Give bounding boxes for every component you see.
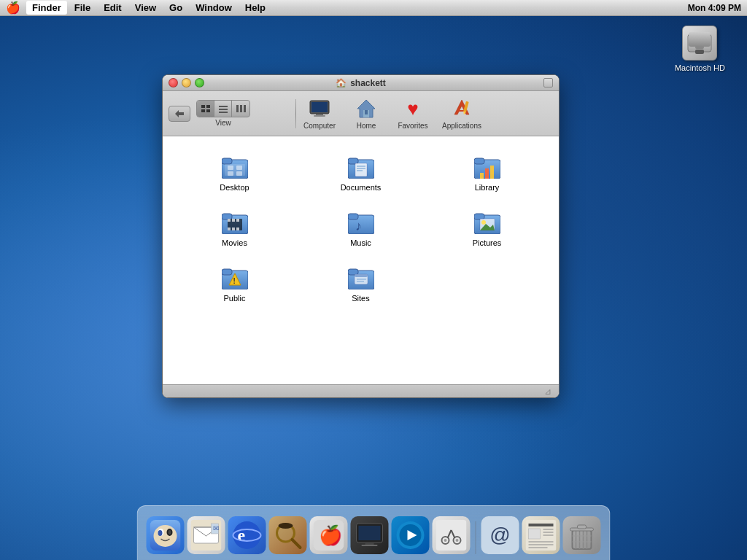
file-item-desktop[interactable]: Desktop — [174, 148, 295, 198]
svg-rect-0 — [688, 34, 711, 52]
file-item-documents[interactable]: Documents — [301, 148, 421, 198]
folder-svg — [222, 154, 248, 179]
svg-rect-49 — [236, 219, 239, 222]
hd-svg — [685, 30, 714, 56]
finder-face-svg — [150, 520, 181, 551]
maximize-button[interactable] — [195, 78, 204, 88]
menu-help[interactable]: Help — [239, 1, 271, 15]
svg-rect-62 — [222, 269, 232, 275]
resize-handle[interactable]: ⊿ — [543, 386, 553, 397]
file-content: Desktop — [163, 136, 559, 384]
svg-point-88 — [279, 523, 293, 529]
dock-item-news[interactable] — [522, 516, 560, 554]
file-item-sites[interactable]: Sites — [301, 259, 421, 308]
svg-rect-13 — [240, 105, 242, 112]
back-button[interactable] — [169, 106, 190, 122]
folder-lib-svg — [474, 154, 500, 179]
dock-item-sherlock[interactable] — [269, 516, 307, 554]
toolbar-home[interactable]: Home — [349, 97, 384, 130]
menu-view[interactable]: View — [129, 1, 162, 15]
applications-label: Applications — [442, 122, 481, 130]
column-view-button[interactable] — [232, 101, 249, 117]
dock-item-url[interactable]: @ — [481, 516, 519, 554]
dock-quicktime-icon — [392, 516, 430, 554]
dock-item-mail[interactable]: ✉ — [187, 516, 225, 554]
heart-icon: ♥ — [407, 99, 418, 118]
home-icon: 🏠 — [336, 78, 347, 88]
menu-finder[interactable]: Finder — [26, 1, 67, 15]
icon-view-button[interactable] — [197, 101, 214, 117]
music-label: Music — [350, 238, 371, 247]
file-area: Desktop — [163, 136, 559, 384]
svg-rect-31 — [228, 171, 233, 176]
file-item-movies[interactable]: Movies — [174, 203, 295, 253]
toolbar-applications[interactable]: Applications — [442, 97, 481, 130]
svg-point-59 — [481, 220, 486, 225]
menubar: 🍎 Finder File Edit View Go Window Help M… — [0, 0, 747, 16]
menu-go[interactable]: Go — [163, 1, 188, 15]
macintosh-hd-icon[interactable]: Macintosh HD — [675, 26, 725, 72]
svg-text:♪: ♪ — [355, 219, 362, 233]
favorites-icon: ♥ — [401, 97, 425, 120]
home-label: Home — [357, 122, 376, 130]
toolbar-divider — [295, 99, 296, 128]
dock-item-trash[interactable] — [563, 516, 601, 554]
svg-rect-35 — [355, 163, 367, 176]
file-item-pictures[interactable]: Pictures — [427, 203, 547, 253]
file-item-public[interactable]: ! Public — [174, 259, 295, 308]
svg-rect-32 — [236, 171, 242, 176]
collapse-button[interactable] — [543, 78, 553, 88]
svg-rect-21 — [365, 110, 368, 114]
dock-item-ie[interactable]: e — [228, 516, 266, 554]
folder-pics-svg — [474, 209, 500, 234]
pictures-folder-icon — [474, 209, 500, 236]
dock-item-monitor[interactable] — [351, 516, 389, 554]
svg-rect-27 — [222, 158, 232, 164]
dock-item-script[interactable] — [433, 516, 471, 554]
svg-rect-106 — [529, 524, 554, 526]
hd-icon-image — [682, 26, 717, 61]
file-item-library[interactable]: Library — [427, 148, 547, 198]
hd-label: Macintosh HD — [675, 63, 725, 72]
svg-rect-45 — [222, 214, 232, 219]
svg-point-74 — [158, 530, 163, 536]
svg-rect-9 — [219, 106, 228, 107]
svg-marker-4 — [175, 110, 184, 117]
dock-news-icon — [522, 516, 560, 554]
public-folder-icon: ! — [222, 265, 248, 291]
traffic-lights — [169, 78, 204, 88]
menu-window[interactable]: Window — [190, 1, 238, 15]
quicktime-svg — [395, 520, 426, 551]
apple-menu[interactable]: 🍎 — [6, 1, 20, 15]
statusbar: ⊿ — [163, 384, 559, 397]
close-button[interactable] — [169, 78, 178, 88]
file-item-music[interactable]: ♪ Music — [301, 203, 421, 253]
desktop-folder-icon — [222, 154, 248, 180]
movies-label: Movies — [222, 238, 247, 247]
dock-ie-icon: e — [228, 516, 266, 554]
svg-rect-107 — [529, 529, 541, 539]
menu-edit[interactable]: Edit — [98, 1, 128, 15]
dock-script-icon — [433, 516, 471, 554]
minimize-button[interactable] — [182, 78, 191, 88]
svg-rect-98 — [436, 520, 467, 551]
svg-point-2 — [704, 38, 707, 41]
dock-item-quicktime[interactable] — [392, 516, 430, 554]
pictures-label: Pictures — [473, 238, 502, 247]
dock-item-system[interactable]: 🍎 — [310, 516, 348, 554]
monitor-svg — [355, 520, 385, 551]
svg-rect-11 — [219, 112, 228, 113]
toolbar-computer[interactable]: Computer — [302, 97, 337, 130]
svg-rect-5 — [201, 105, 205, 108]
svg-rect-92 — [359, 526, 381, 540]
list-view-button[interactable] — [214, 101, 232, 117]
dock-item-finder[interactable] — [147, 516, 185, 554]
menu-file[interactable]: File — [69, 1, 96, 15]
toolbar-favorites[interactable]: ♥ Favorites — [395, 97, 430, 130]
sites-label: Sites — [352, 294, 369, 303]
music-folder-icon: ♪ — [348, 209, 374, 236]
svg-rect-1 — [691, 37, 708, 42]
mail-svg: ✉ — [191, 520, 222, 551]
window-title: 🏠 shackett — [336, 78, 386, 88]
icon-view-icon — [201, 104, 211, 113]
